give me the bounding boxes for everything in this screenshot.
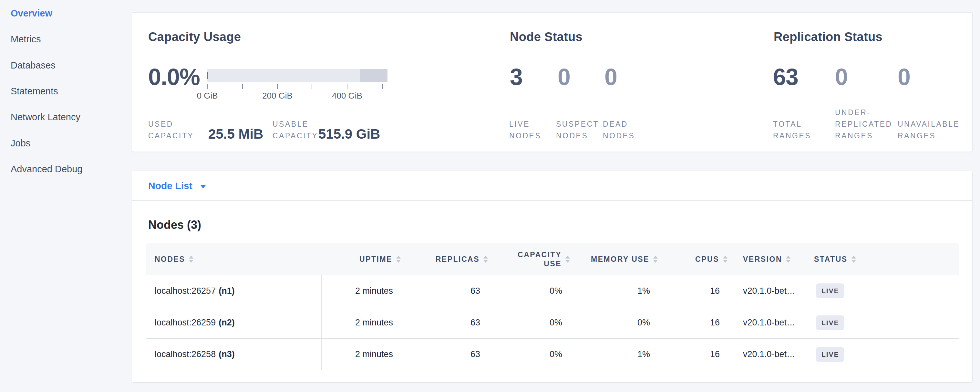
memory-use-cell: 0% <box>570 307 658 338</box>
column-header-label-line2: USE <box>544 260 562 268</box>
column-header-status[interactable]: STATUS <box>813 243 959 275</box>
gauge-tick-label: 200 GiB <box>245 91 310 101</box>
capacity-usage-title: Capacity Usage <box>148 30 241 44</box>
sort-icon <box>189 256 193 263</box>
node-status-title: Node Status <box>510 30 582 44</box>
column-header-label: CAPACITY USE <box>518 250 562 268</box>
suspect-nodes-count: 0 <box>558 65 570 89</box>
sort-icon <box>723 256 727 263</box>
node-address: localhost:26257 <box>155 286 216 296</box>
gauge-tick-label: 400 GiB <box>315 91 379 101</box>
sidebar-item-jobs[interactable]: Jobs <box>11 136 30 150</box>
sidebar-item-advanced-debug[interactable]: Advanced Debug <box>11 162 83 176</box>
column-header-label: CPUS <box>695 255 719 264</box>
sort-icon <box>653 256 658 263</box>
replication-status-title: Replication Status <box>774 30 883 44</box>
column-header-label: STATUS <box>814 255 848 264</box>
nodes-table: NODES UPTIME REPLICAS CAPACITY USE MEMOR… <box>146 243 959 370</box>
capacity-use-cell: 0% <box>488 307 570 338</box>
column-header-cpus[interactable]: CPUS <box>658 243 727 275</box>
gauge-tick <box>347 84 347 89</box>
column-header-label: NODES <box>155 255 185 264</box>
nodes-heading: Nodes (3) <box>148 218 201 232</box>
version-cell: v20.1.0-bet… <box>727 339 813 370</box>
status-badge: LIVE <box>816 284 844 298</box>
capacity-use-cell: 0% <box>488 275 570 307</box>
node-list-selector-strip: Node List <box>132 171 972 201</box>
dead-nodes-label-line1: DEAD <box>603 118 635 130</box>
unavailable-ranges-count: 0 <box>898 65 910 89</box>
table-row[interactable]: localhost:26257 (n1) 2 minutes 63 0% 1% … <box>146 275 959 307</box>
usable-capacity-value: 515.9 GiB <box>318 126 380 142</box>
sort-icon <box>484 256 488 263</box>
column-header-replicas[interactable]: REPLICAS <box>401 243 488 275</box>
dead-nodes-label-line2: NODES <box>603 130 635 142</box>
column-header-uptime[interactable]: UPTIME <box>321 243 401 275</box>
usable-capacity-label: USABLE CAPACITY <box>272 118 318 142</box>
gauge-dark-segment <box>360 69 388 82</box>
capacity-use-cell: 0% <box>488 339 570 370</box>
column-header-nodes[interactable]: NODES <box>146 243 321 275</box>
gauge-tick <box>277 84 278 89</box>
node-address-link[interactable]: localhost:26258 (n3) <box>146 339 321 370</box>
dead-nodes-label: DEAD NODES <box>603 118 635 142</box>
status-cell: LIVE <box>813 275 959 307</box>
sort-icon <box>786 256 791 263</box>
live-nodes-label-line2: NODES <box>509 130 541 142</box>
unavailable-label-line1: UNAVAILABLE <box>898 118 960 130</box>
column-header-label: REPLICAS <box>436 255 479 264</box>
total-ranges-count: 63 <box>773 65 798 89</box>
replicas-cell: 63 <box>401 307 488 338</box>
live-nodes-label-line1: LIVE <box>509 118 541 130</box>
memory-use-cell: 1% <box>570 275 658 307</box>
under-replicated-label-line1: UNDER- <box>835 107 892 118</box>
unavailable-ranges-label: UNAVAILABLE RANGES <box>898 118 960 142</box>
node-id: (n2) <box>219 318 235 328</box>
sidebar-item-databases[interactable]: Databases <box>11 59 56 72</box>
gauge-tick <box>382 84 383 89</box>
table-row[interactable]: localhost:26259 (n2) 2 minutes 63 0% 0% … <box>146 307 959 338</box>
under-replicated-ranges-label: UNDER- REPLICATED RANGES <box>835 107 892 142</box>
gauge-tick-label: 0 GiB <box>175 91 240 101</box>
node-address: localhost:26258 <box>155 349 216 359</box>
sidebar-item-overview[interactable]: Overview <box>11 6 52 20</box>
cpus-cell: 16 <box>658 275 727 307</box>
sidebar-item-statements[interactable]: Statements <box>11 84 58 98</box>
replicas-cell: 63 <box>401 339 488 370</box>
replicas-cell: 63 <box>401 275 488 307</box>
sidebar-item-metrics[interactable]: Metrics <box>11 32 41 46</box>
nodes-table-body: localhost:26257 (n1) 2 minutes 63 0% 1% … <box>146 275 959 370</box>
under-replicated-label-line2: REPLICATED <box>835 118 892 130</box>
column-header-capacity-use[interactable]: CAPACITY USE <box>488 243 570 275</box>
node-address: localhost:26259 <box>155 318 216 328</box>
node-address-link[interactable]: localhost:26259 (n2) <box>146 307 321 338</box>
sort-icon <box>851 256 856 263</box>
suspect-nodes-label-line2: NODES <box>556 130 599 142</box>
suspect-nodes-label: SUSPECT NODES <box>556 118 599 142</box>
total-ranges-label-line1: TOTAL <box>773 118 811 130</box>
column-header-memory-use[interactable]: MEMORY USE <box>570 243 658 275</box>
status-badge: LIVE <box>816 347 844 362</box>
suspect-nodes-label-line1: SUSPECT <box>556 118 599 130</box>
node-list-dropdown[interactable]: Node List <box>148 171 206 201</box>
gauge-used-marker <box>207 72 208 79</box>
nodes-table-header: NODES UPTIME REPLICAS CAPACITY USE MEMOR… <box>146 243 959 275</box>
column-header-version[interactable]: VERSION <box>727 243 813 275</box>
sidebar-nav: Overview Metrics Databases Statements Ne… <box>0 0 132 392</box>
gauge-tick <box>242 84 243 89</box>
gauge-tick <box>312 84 312 89</box>
uptime-cell: 2 minutes <box>321 275 401 307</box>
column-header-label: MEMORY USE <box>591 255 649 264</box>
capacity-gauge <box>207 69 388 82</box>
sidebar-item-network-latency[interactable]: Network Latency <box>11 110 80 124</box>
used-capacity-label-line1: USED <box>148 118 194 130</box>
table-row[interactable]: localhost:26258 (n3) 2 minutes 63 0% 1% … <box>146 338 959 370</box>
used-capacity-label: USED CAPACITY <box>148 118 194 142</box>
gauge-tick <box>207 84 208 89</box>
column-header-label: VERSION <box>743 255 782 264</box>
node-address-link[interactable]: localhost:26257 (n1) <box>146 275 321 307</box>
version-cell: v20.1.0-bet… <box>727 307 813 338</box>
version-cell: v20.1.0-bet… <box>727 275 813 307</box>
uptime-cell: 2 minutes <box>321 307 401 338</box>
status-badge: LIVE <box>816 316 844 330</box>
